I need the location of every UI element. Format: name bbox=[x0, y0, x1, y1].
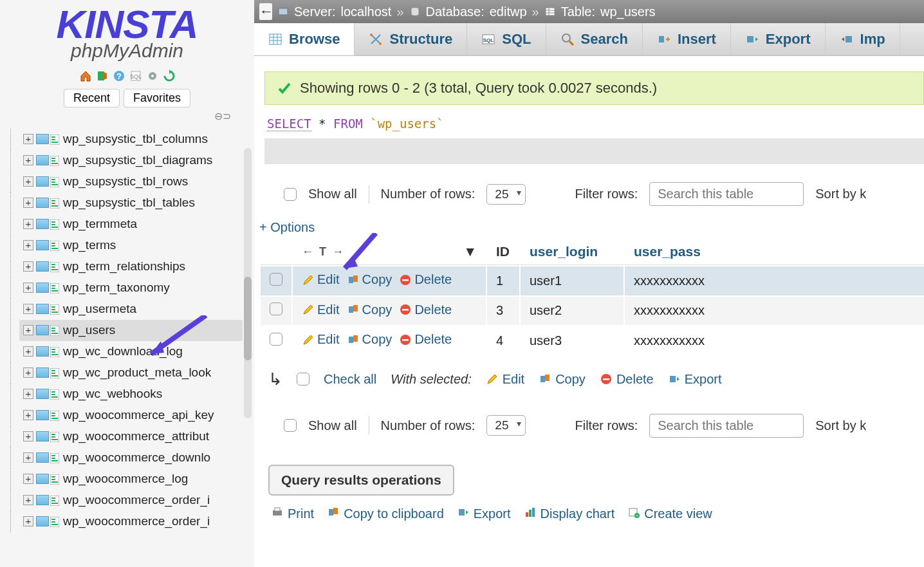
expand-icon[interactable]: + bbox=[23, 240, 33, 250]
sort-arrows-icon[interactable]: ← T → bbox=[302, 245, 345, 259]
filter-input[interactable] bbox=[649, 414, 804, 438]
table-row[interactable]: Edit Copy Delete 4 user3 xxxxxxxxxxx bbox=[261, 326, 924, 355]
expand-icon[interactable]: + bbox=[23, 410, 33, 420]
filter-input[interactable] bbox=[649, 182, 804, 206]
expand-icon[interactable]: + bbox=[23, 176, 33, 187]
tab-insert[interactable]: Insert bbox=[643, 23, 731, 55]
edit-link[interactable]: Edit bbox=[302, 302, 339, 317]
tree-item[interactable]: +wp_term_taxonomy bbox=[19, 277, 254, 299]
tree-item[interactable]: +wp_term_relationships bbox=[19, 256, 254, 277]
tab-sql[interactable]: SQLSQL bbox=[467, 23, 546, 55]
scroll-thumb[interactable] bbox=[244, 277, 252, 360]
expand-icon[interactable]: + bbox=[23, 134, 33, 144]
tab-import[interactable]: Imp bbox=[826, 23, 900, 55]
check-all-checkbox[interactable] bbox=[297, 373, 310, 386]
expand-icon[interactable]: + bbox=[23, 198, 33, 208]
tree-item[interactable]: +wp_woocommerce_api_key bbox=[19, 405, 254, 426]
edit-link[interactable]: Edit bbox=[302, 332, 339, 347]
recent-button[interactable]: Recent bbox=[64, 89, 120, 107]
expand-icon[interactable]: + bbox=[23, 516, 33, 526]
expand-icon[interactable]: + bbox=[23, 325, 33, 335]
col-user-login[interactable]: user_login bbox=[521, 239, 624, 265]
ws-copy[interactable]: Copy bbox=[539, 372, 586, 387]
table-row[interactable]: Edit Copy Delete 3 user2 xxxxxxxxxxx bbox=[261, 297, 924, 326]
expand-icon[interactable]: + bbox=[23, 452, 33, 463]
delete-link[interactable]: Delete bbox=[399, 302, 452, 317]
tree-item[interactable]: +wp_woocommerce_attribut bbox=[19, 426, 254, 447]
expand-icon[interactable]: + bbox=[23, 155, 33, 165]
reload-icon[interactable] bbox=[163, 70, 176, 82]
expand-icon[interactable]: + bbox=[23, 346, 33, 357]
op-display-chart[interactable]: Display chart bbox=[524, 506, 615, 522]
back-icon[interactable]: ← bbox=[259, 3, 272, 20]
expand-icon[interactable]: + bbox=[23, 304, 33, 314]
op-create-view[interactable]: +Create view bbox=[627, 506, 712, 522]
expand-icon[interactable]: + bbox=[23, 367, 33, 378]
tab-search[interactable]: Search bbox=[546, 23, 643, 55]
tree-item[interactable]: +wp_supsystic_tbl_columns bbox=[19, 129, 254, 150]
tree-item[interactable]: +wp_termmeta bbox=[19, 214, 254, 235]
row-checkbox[interactable] bbox=[270, 333, 282, 346]
ws-edit[interactable]: Edit bbox=[486, 372, 524, 387]
copy-link[interactable]: Copy bbox=[347, 302, 393, 317]
tab-structure[interactable]: Structure bbox=[355, 23, 467, 55]
options-link[interactable]: + Options bbox=[254, 214, 924, 237]
tree-item[interactable]: +wp_woocommerce_order_i bbox=[19, 490, 254, 511]
op-print[interactable]: Print bbox=[271, 506, 314, 522]
copy-link[interactable]: Copy bbox=[347, 272, 393, 287]
expand-icon[interactable]: + bbox=[23, 474, 33, 484]
col-user-pass[interactable]: user_pass bbox=[625, 239, 924, 265]
tree-item[interactable]: +wp_supsystic_tbl_rows bbox=[19, 171, 254, 192]
expand-icon[interactable]: + bbox=[23, 389, 33, 399]
expand-icon[interactable]: + bbox=[23, 495, 33, 505]
col-id[interactable]: ID bbox=[487, 239, 519, 265]
svg-rect-41 bbox=[402, 279, 409, 281]
sidebar-scrollbar[interactable] bbox=[244, 148, 252, 418]
show-all-checkbox[interactable] bbox=[284, 419, 297, 432]
delete-link[interactable]: Delete bbox=[399, 332, 452, 347]
help-icon[interactable]: ? bbox=[113, 70, 125, 82]
tab-browse[interactable]: Browse bbox=[254, 23, 355, 55]
expand-icon[interactable]: + bbox=[23, 219, 33, 229]
op-copy-clipboard[interactable]: Copy to clipboard bbox=[327, 506, 444, 522]
tree-item[interactable]: +wp_supsystic_tbl_tables bbox=[19, 192, 254, 214]
exit-icon[interactable] bbox=[96, 70, 109, 82]
show-all-checkbox[interactable] bbox=[284, 188, 297, 201]
row-checkbox[interactable] bbox=[270, 302, 282, 315]
tree-item[interactable]: +wp_woocommerce_log bbox=[19, 469, 254, 490]
breadcrumb-table[interactable]: wp_users bbox=[600, 5, 656, 19]
row-checkbox[interactable] bbox=[270, 273, 282, 286]
breadcrumb-db[interactable]: editwp bbox=[490, 5, 527, 19]
collapse-icon[interactable]: ⊖⊃ bbox=[0, 107, 254, 125]
sql-icon[interactable]: SQL bbox=[129, 70, 142, 82]
tree-item[interactable]: +wp_wc_download_log bbox=[19, 341, 254, 362]
tree-item[interactable]: +wp_wc_webhooks bbox=[19, 384, 254, 405]
gear-icon[interactable] bbox=[146, 70, 159, 82]
op-export[interactable]: Export bbox=[457, 506, 511, 522]
copy-icon bbox=[347, 274, 360, 286]
sort-dropdown-icon[interactable]: ▼ bbox=[463, 244, 477, 259]
favorites-button[interactable]: Favorites bbox=[124, 89, 190, 107]
breadcrumb-server[interactable]: localhost bbox=[340, 5, 391, 19]
delete-link[interactable]: Delete bbox=[399, 272, 452, 287]
home-icon[interactable] bbox=[79, 70, 92, 82]
table-row[interactable]: Edit Copy Delete 1 user1 xxxxxxxxxxx bbox=[261, 266, 924, 295]
tree-item[interactable]: +wp_woocommerce_downlo bbox=[19, 447, 254, 469]
tree-item-wp-users[interactable]: +wp_users bbox=[19, 320, 243, 341]
expand-icon[interactable]: + bbox=[23, 261, 33, 272]
ws-delete[interactable]: Delete bbox=[600, 372, 654, 387]
tree-item[interactable]: +wp_terms bbox=[19, 235, 254, 256]
expand-icon[interactable]: + bbox=[23, 283, 33, 293]
check-all-link[interactable]: Check all bbox=[324, 372, 376, 387]
tree-item[interactable]: +wp_wc_product_meta_look bbox=[19, 362, 254, 384]
tree-item[interactable]: +wp_supsystic_tbl_diagrams bbox=[19, 150, 254, 171]
tree-item[interactable]: +wp_woocommerce_order_i bbox=[19, 511, 254, 532]
copy-link[interactable]: Copy bbox=[347, 332, 393, 347]
tree-item[interactable]: +wp_usermeta bbox=[19, 299, 254, 320]
edit-link[interactable]: Edit bbox=[302, 272, 339, 287]
expand-icon[interactable]: + bbox=[23, 431, 33, 442]
tab-export[interactable]: Export bbox=[731, 23, 826, 55]
num-rows-select[interactable]: 25 bbox=[486, 415, 526, 436]
num-rows-select[interactable]: 25 bbox=[486, 184, 526, 205]
ws-export[interactable]: Export bbox=[668, 372, 722, 387]
